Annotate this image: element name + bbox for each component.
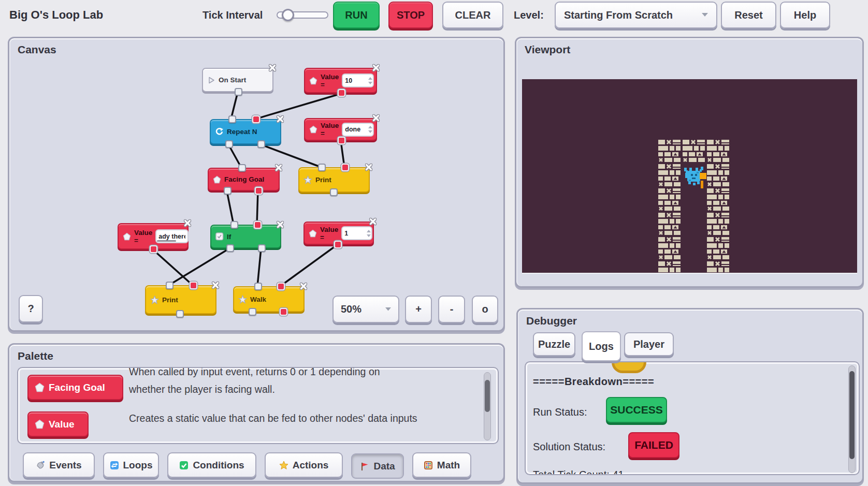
node-label: Print [315,176,331,184]
palette-title: Palette [18,350,53,362]
chevron-down-icon [702,13,708,17]
node-on-start[interactable]: On Start [202,68,273,92]
close-icon[interactable] [372,64,380,71]
data-input-port[interactable] [190,282,197,289]
level-select[interactable]: Starting From Scratch [555,2,717,28]
node-value-10[interactable]: Value = [304,68,377,93]
close-icon[interactable] [212,282,219,289]
tab-loops[interactable]: Loops [103,452,159,478]
close-icon[interactable] [277,221,284,228]
stop-button[interactable]: STOP [388,2,433,28]
debugger-title: Debugger [526,315,577,327]
exec-output-port[interactable] [224,187,232,195]
breakdown-header: =====Breakdown===== [533,376,654,388]
tab-conditions[interactable]: Conditions [167,452,256,478]
input-scrollbar[interactable] [157,240,176,242]
data-input-port[interactable] [277,283,285,290]
output-port[interactable] [235,88,242,96]
condition-input-port[interactable] [254,221,262,229]
spinner-icon[interactable] [368,126,372,133]
close-icon[interactable] [369,218,377,225]
run-status-badge: SUCCESS [606,397,667,423]
data-input-port[interactable] [252,115,260,123]
false-branch-port[interactable] [258,244,266,252]
node-value-text[interactable]: Value = [118,223,189,249]
pentagon-icon [213,175,221,184]
data-output-port[interactable] [338,137,345,144]
node-label: Walk [250,296,266,303]
node-label: Repeat N [227,128,257,136]
slider-knob[interactable] [282,9,294,21]
node-repeat-n[interactable]: Repeat N [210,119,281,144]
data-output-port[interactable] [150,245,157,253]
palette-scrollbar[interactable] [484,372,491,440]
node-value-1[interactable]: Value = [303,222,374,245]
palette-item-description: When called by input event, returns 0 or… [129,367,380,398]
reset-button[interactable]: Reset [721,2,776,28]
palette-block-value[interactable]: Value [27,411,89,437]
node-label: Value = [320,226,338,241]
close-icon[interactable] [275,164,282,171]
help-button[interactable]: Help [780,2,830,28]
tab-puzzle[interactable]: Puzzle [533,332,575,356]
exec-input-port[interactable] [166,282,173,289]
exec-output-port[interactable] [330,188,338,196]
level-label: Level: [514,9,544,21]
log-scrollbar-thumb[interactable] [849,371,855,459]
exec-input-port[interactable] [254,283,262,290]
debugger-panel: Debugger Puzzle Logs Player =====Breakdo… [516,308,864,484]
spinner-icon[interactable] [367,230,371,237]
loop-icon [110,461,119,470]
tick-interval-slider[interactable] [277,11,328,19]
done-port[interactable] [257,140,265,148]
close-icon[interactable] [300,283,307,290]
loop-body-port[interactable] [225,140,233,148]
game-viewport[interactable] [522,79,857,273]
exec-output-port[interactable] [176,310,184,318]
clear-button[interactable]: CLEAR [442,2,503,28]
palette-scrollbar-thumb[interactable] [485,380,490,412]
data-input-port[interactable] [341,164,349,171]
data-output-port[interactable] [334,241,342,248]
satellite-icon [36,461,45,470]
solution-status-badge: FAILED [628,432,679,458]
tab-math[interactable]: Math [412,452,471,478]
checkbox-icon [215,232,224,241]
close-icon[interactable] [365,164,372,171]
exec-input-port[interactable] [230,221,238,229]
palette-block-facing-goal[interactable]: Facing Goal [27,375,123,400]
data-output-port[interactable] [338,89,345,97]
gold-arc-shape [612,362,646,373]
exec-input-port[interactable] [318,164,326,171]
exec-input-port[interactable] [228,115,236,123]
node-facing-goal[interactable]: Facing Goal [208,168,280,191]
palette-panel: Palette Facing Goal When called by input… [8,343,505,482]
node-value-done[interactable]: Value = [304,118,377,141]
palette-list[interactable]: Facing Goal When called by input event, … [17,367,499,444]
abacus-icon [424,461,433,470]
close-icon[interactable] [277,115,284,123]
tab-logs[interactable]: Logs [582,331,621,361]
exec-input-port[interactable] [238,164,246,172]
close-icon[interactable] [372,114,380,122]
tab-player[interactable]: Player [624,332,674,356]
run-button[interactable]: RUN [333,2,380,28]
node-print-top[interactable]: Print [298,167,370,193]
true-branch-port[interactable] [226,244,234,252]
spinner-icon[interactable] [368,77,372,84]
tab-events[interactable]: Events [23,452,95,478]
node-walk[interactable]: Walk [233,286,305,312]
exec-output-port[interactable] [249,308,256,316]
debug-log[interactable]: =====Breakdown===== Run Status: SUCCESS … [525,361,860,475]
close-icon[interactable] [269,64,276,71]
log-scrollbar[interactable] [848,365,856,473]
tab-data[interactable]: Data [351,453,404,479]
node-label: Value = [321,122,339,137]
node-if[interactable]: If [210,225,281,248]
node-print-bottom[interactable]: Print [145,285,216,314]
data-output-port[interactable] [280,308,287,316]
tab-actions[interactable]: Actions [265,452,343,478]
close-icon[interactable] [184,219,191,227]
pentagon-icon [309,77,317,85]
data-output-port[interactable] [255,187,263,195]
